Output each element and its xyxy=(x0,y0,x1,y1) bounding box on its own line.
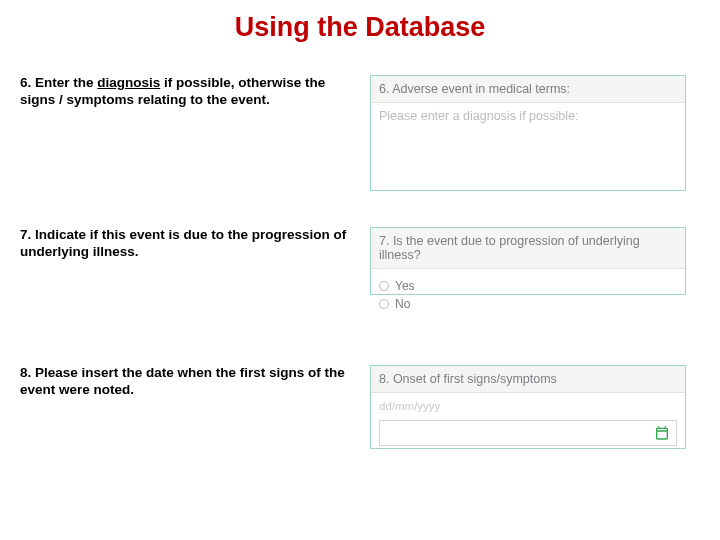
item-8-panel-header: 8. Onset of first signs/symptoms xyxy=(371,366,685,393)
radio-icon xyxy=(379,299,389,309)
diagnosis-textarea[interactable]: Please enter a diagnosis if possible: xyxy=(371,103,685,129)
option-no[interactable]: No xyxy=(379,297,677,311)
option-yes-label: Yes xyxy=(395,279,415,293)
item-6-row: 6. Enter the diagnosis if possible, othe… xyxy=(20,75,700,191)
item-7-instruction: 7. Indicate if this event is due to the … xyxy=(20,227,358,261)
option-yes[interactable]: Yes xyxy=(379,279,677,293)
item-8-instruction: 8. Please insert the date when the first… xyxy=(20,365,358,399)
content-area: 6. Enter the diagnosis if possible, othe… xyxy=(0,75,720,449)
diagnosis-word: diagnosis xyxy=(97,75,160,90)
item-8-body: dd/mm/yyyy xyxy=(371,393,685,452)
item-7-panel-header: 7. Is the event due to progression of un… xyxy=(371,228,685,269)
onset-date-input[interactable] xyxy=(379,420,677,446)
option-no-label: No xyxy=(395,297,410,311)
item-7-panel: 7. Is the event due to progression of un… xyxy=(370,227,686,295)
item-6-panel-header: 6. Adverse event in medical terms: xyxy=(371,76,685,103)
item-6-panel: 6. Adverse event in medical terms: Pleas… xyxy=(370,75,686,191)
text: 6. Enter the xyxy=(20,75,97,90)
item-8-panel: 8. Onset of first signs/symptoms dd/mm/y… xyxy=(370,365,686,449)
item-7-row: 7. Indicate if this event is due to the … xyxy=(20,227,700,295)
item-6-instruction: 6. Enter the diagnosis if possible, othe… xyxy=(20,75,358,109)
calendar-icon xyxy=(654,425,670,441)
page-title: Using the Database xyxy=(0,0,720,51)
radio-icon xyxy=(379,281,389,291)
date-format-hint: dd/mm/yyyy xyxy=(379,400,677,412)
item-7-options: Yes No xyxy=(371,269,685,319)
item-8-row: 8. Please insert the date when the first… xyxy=(20,365,700,449)
